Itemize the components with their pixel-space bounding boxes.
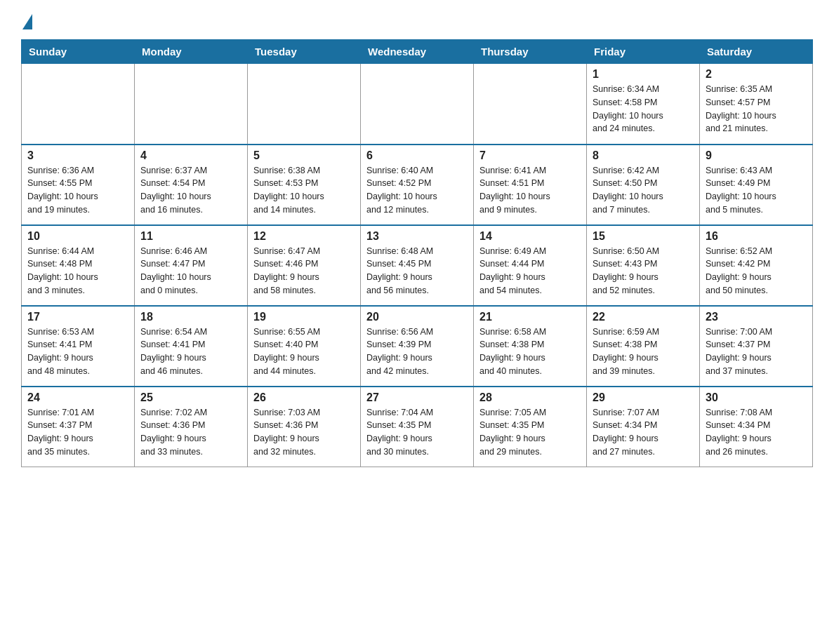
day-number: 15 [593, 230, 694, 243]
day-number: 16 [706, 230, 807, 243]
day-number: 23 [706, 311, 807, 323]
calendar-cell: 23Sunrise: 7:00 AM Sunset: 4:37 PM Dayli… [700, 306, 813, 387]
logo [21, 14, 32, 27]
day-info: Sunrise: 6:43 AM Sunset: 4:49 PM Dayligh… [706, 164, 807, 217]
day-number: 4 [140, 149, 241, 162]
day-number: 2 [706, 68, 807, 81]
calendar-cell [474, 64, 587, 145]
day-info: Sunrise: 7:00 AM Sunset: 4:37 PM Dayligh… [706, 326, 807, 378]
day-info: Sunrise: 6:58 AM Sunset: 4:38 PM Dayligh… [479, 326, 581, 378]
day-number: 10 [27, 230, 128, 243]
calendar-cell: 26Sunrise: 7:03 AM Sunset: 4:36 PM Dayli… [248, 387, 361, 467]
week-row-4: 17Sunrise: 6:53 AM Sunset: 4:41 PM Dayli… [22, 306, 813, 387]
weekday-header-thursday: Thursday [474, 40, 587, 64]
day-info: Sunrise: 6:37 AM Sunset: 4:54 PM Dayligh… [140, 164, 241, 217]
day-number: 24 [27, 391, 128, 404]
day-number: 20 [366, 311, 468, 323]
day-number: 9 [706, 149, 807, 162]
weekday-header-tuesday: Tuesday [248, 40, 361, 64]
logo-triangle-icon [22, 14, 32, 29]
day-number: 19 [253, 311, 355, 323]
day-info: Sunrise: 7:01 AM Sunset: 4:37 PM Dayligh… [27, 406, 128, 459]
day-number: 12 [253, 230, 355, 243]
week-row-1: 1Sunrise: 6:34 AM Sunset: 4:58 PM Daylig… [22, 64, 813, 145]
day-number: 22 [593, 311, 694, 323]
day-number: 25 [140, 391, 241, 404]
day-number: 8 [593, 149, 694, 162]
day-number: 6 [366, 149, 468, 162]
day-info: Sunrise: 7:04 AM Sunset: 4:35 PM Dayligh… [366, 406, 468, 459]
day-info: Sunrise: 6:54 AM Sunset: 4:41 PM Dayligh… [140, 326, 241, 378]
day-number: 7 [479, 149, 581, 162]
day-number: 27 [366, 391, 468, 404]
weekday-header-sunday: Sunday [22, 40, 135, 64]
calendar-cell: 8Sunrise: 6:42 AM Sunset: 4:50 PM Daylig… [587, 145, 700, 225]
day-number: 3 [27, 149, 128, 162]
day-info: Sunrise: 6:35 AM Sunset: 4:57 PM Dayligh… [706, 83, 807, 135]
day-info: Sunrise: 6:36 AM Sunset: 4:55 PM Dayligh… [27, 164, 128, 217]
weekday-header-friday: Friday [587, 40, 700, 64]
calendar-cell: 18Sunrise: 6:54 AM Sunset: 4:41 PM Dayli… [135, 306, 248, 387]
day-info: Sunrise: 6:48 AM Sunset: 4:45 PM Dayligh… [366, 245, 468, 297]
weekday-header-wednesday: Wednesday [361, 40, 474, 64]
calendar-cell: 21Sunrise: 6:58 AM Sunset: 4:38 PM Dayli… [474, 306, 587, 387]
weekday-header-saturday: Saturday [700, 40, 813, 64]
day-info: Sunrise: 6:53 AM Sunset: 4:41 PM Dayligh… [27, 326, 128, 378]
calendar-cell: 10Sunrise: 6:44 AM Sunset: 4:48 PM Dayli… [22, 225, 135, 306]
day-number: 1 [593, 68, 694, 81]
day-number: 28 [479, 391, 581, 404]
calendar-cell: 3Sunrise: 6:36 AM Sunset: 4:55 PM Daylig… [22, 145, 135, 225]
calendar-cell: 20Sunrise: 6:56 AM Sunset: 4:39 PM Dayli… [361, 306, 474, 387]
calendar-cell: 6Sunrise: 6:40 AM Sunset: 4:52 PM Daylig… [361, 145, 474, 225]
day-info: Sunrise: 7:05 AM Sunset: 4:35 PM Dayligh… [479, 406, 581, 459]
day-info: Sunrise: 7:07 AM Sunset: 4:34 PM Dayligh… [593, 406, 694, 459]
day-number: 21 [479, 311, 581, 323]
calendar-cell: 16Sunrise: 6:52 AM Sunset: 4:42 PM Dayli… [700, 225, 813, 306]
day-number: 17 [27, 311, 128, 323]
day-info: Sunrise: 6:38 AM Sunset: 4:53 PM Dayligh… [253, 164, 355, 217]
calendar-cell: 28Sunrise: 7:05 AM Sunset: 4:35 PM Dayli… [474, 387, 587, 467]
day-info: Sunrise: 6:56 AM Sunset: 4:39 PM Dayligh… [366, 326, 468, 378]
calendar-cell: 2Sunrise: 6:35 AM Sunset: 4:57 PM Daylig… [700, 64, 813, 145]
calendar-cell: 14Sunrise: 6:49 AM Sunset: 4:44 PM Dayli… [474, 225, 587, 306]
day-info: Sunrise: 6:44 AM Sunset: 4:48 PM Dayligh… [27, 245, 128, 297]
calendar-cell: 19Sunrise: 6:55 AM Sunset: 4:40 PM Dayli… [248, 306, 361, 387]
calendar-cell: 27Sunrise: 7:04 AM Sunset: 4:35 PM Dayli… [361, 387, 474, 467]
day-number: 13 [366, 230, 468, 243]
day-number: 11 [140, 230, 241, 243]
calendar-cell: 5Sunrise: 6:38 AM Sunset: 4:53 PM Daylig… [248, 145, 361, 225]
day-info: Sunrise: 7:08 AM Sunset: 4:34 PM Dayligh… [706, 406, 807, 459]
week-row-5: 24Sunrise: 7:01 AM Sunset: 4:37 PM Dayli… [22, 387, 813, 467]
calendar-cell: 9Sunrise: 6:43 AM Sunset: 4:49 PM Daylig… [700, 145, 813, 225]
calendar-cell [361, 64, 474, 145]
page-header [21, 14, 813, 27]
week-row-3: 10Sunrise: 6:44 AM Sunset: 4:48 PM Dayli… [22, 225, 813, 306]
calendar-cell: 24Sunrise: 7:01 AM Sunset: 4:37 PM Dayli… [22, 387, 135, 467]
calendar-cell: 4Sunrise: 6:37 AM Sunset: 4:54 PM Daylig… [135, 145, 248, 225]
day-info: Sunrise: 6:50 AM Sunset: 4:43 PM Dayligh… [593, 245, 694, 297]
day-number: 26 [253, 391, 355, 404]
calendar-cell: 17Sunrise: 6:53 AM Sunset: 4:41 PM Dayli… [22, 306, 135, 387]
day-info: Sunrise: 6:41 AM Sunset: 4:51 PM Dayligh… [479, 164, 581, 217]
calendar-cell: 1Sunrise: 6:34 AM Sunset: 4:58 PM Daylig… [587, 64, 700, 145]
calendar-cell [248, 64, 361, 145]
calendar-cell: 12Sunrise: 6:47 AM Sunset: 4:46 PM Dayli… [248, 225, 361, 306]
calendar-cell: 15Sunrise: 6:50 AM Sunset: 4:43 PM Dayli… [587, 225, 700, 306]
day-info: Sunrise: 6:59 AM Sunset: 4:38 PM Dayligh… [593, 326, 694, 378]
calendar-cell: 13Sunrise: 6:48 AM Sunset: 4:45 PM Dayli… [361, 225, 474, 306]
day-info: Sunrise: 7:03 AM Sunset: 4:36 PM Dayligh… [253, 406, 355, 459]
day-info: Sunrise: 6:47 AM Sunset: 4:46 PM Dayligh… [253, 245, 355, 297]
calendar-cell [22, 64, 135, 145]
day-number: 30 [706, 391, 807, 404]
day-info: Sunrise: 6:42 AM Sunset: 4:50 PM Dayligh… [593, 164, 694, 217]
calendar-cell: 22Sunrise: 6:59 AM Sunset: 4:38 PM Dayli… [587, 306, 700, 387]
weekday-header-monday: Monday [135, 40, 248, 64]
day-number: 29 [593, 391, 694, 404]
day-info: Sunrise: 6:49 AM Sunset: 4:44 PM Dayligh… [479, 245, 581, 297]
calendar-cell: 7Sunrise: 6:41 AM Sunset: 4:51 PM Daylig… [474, 145, 587, 225]
day-number: 14 [479, 230, 581, 243]
day-info: Sunrise: 6:52 AM Sunset: 4:42 PM Dayligh… [706, 245, 807, 297]
day-info: Sunrise: 7:02 AM Sunset: 4:36 PM Dayligh… [140, 406, 241, 459]
day-info: Sunrise: 6:40 AM Sunset: 4:52 PM Dayligh… [366, 164, 468, 217]
calendar-cell: 25Sunrise: 7:02 AM Sunset: 4:36 PM Dayli… [135, 387, 248, 467]
